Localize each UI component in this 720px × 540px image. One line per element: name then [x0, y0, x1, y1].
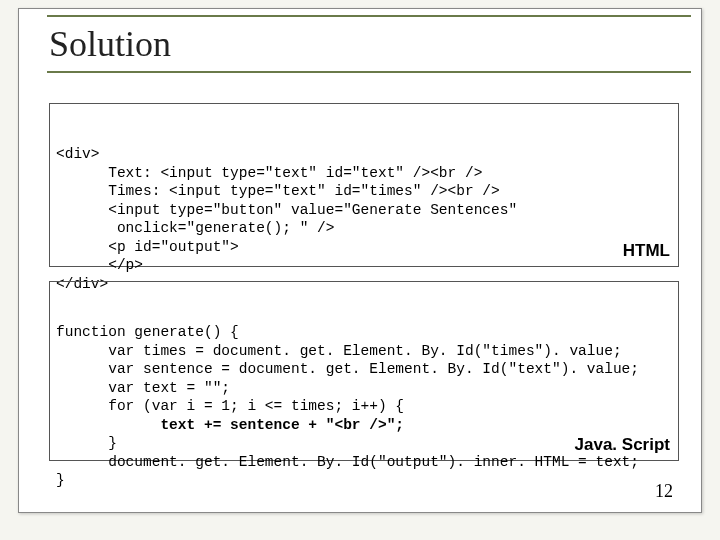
page-number: 12 [655, 481, 673, 502]
code-box-html: <div> Text: <input type="text" id="text"… [49, 103, 679, 267]
lang-label-html: HTML [623, 240, 670, 262]
slide: Solution <div> Text: <input type="text" … [18, 8, 702, 513]
rule-top [47, 15, 691, 17]
code-content-html: <div> Text: <input type="text" id="text"… [56, 145, 672, 293]
code-box-js: function generate() { var times = docume… [49, 281, 679, 461]
code-content-js: function generate() { var times = docume… [56, 323, 672, 490]
slide-title: Solution [49, 23, 171, 65]
lang-label-js: Java. Script [575, 434, 670, 456]
rule-under-title [47, 71, 691, 73]
